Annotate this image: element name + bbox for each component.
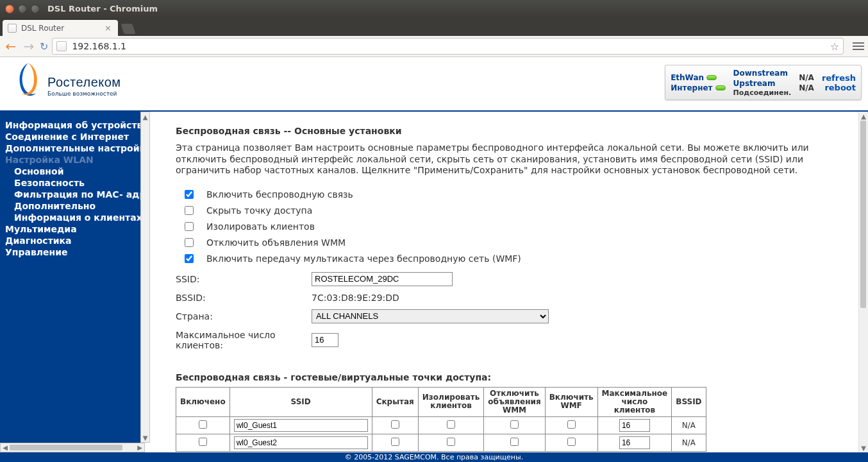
th-ssid: SSID: [230, 387, 372, 417]
isolate-clients-checkbox[interactable]: [185, 222, 194, 231]
sidebar-item-wlan-clients[interactable]: Информация о клиентах WiFi: [5, 212, 140, 223]
scroll-down-icon[interactable]: ▼: [859, 443, 868, 452]
led-green-icon: [715, 85, 726, 90]
page-title: Беспроводная связь -- Основные установки: [176, 126, 851, 136]
logo-icon: [15, 61, 41, 99]
browser-tab[interactable]: DSL Router ×: [3, 20, 118, 36]
isolate-clients-label: Изолировать клиентов: [206, 221, 315, 232]
status-upstream-value: N/A: [799, 83, 814, 92]
guest-table: Включено SSID Скрытая Изолировать клиент…: [176, 387, 706, 452]
browser-toolbar: ← → ↻ 192.168.1.1 ☆: [0, 36, 868, 57]
forward-button: →: [22, 39, 36, 53]
th-wmm: Отключить объявления WMM: [484, 387, 545, 417]
scroll-down-icon[interactable]: ▼: [141, 433, 149, 442]
sidebar-item-wlan-macfilter[interactable]: Фильтрация по MAC- адресам: [5, 189, 140, 200]
guest2-ssid-input[interactable]: [234, 436, 368, 449]
max-clients-input[interactable]: [312, 333, 338, 347]
sidebar-item-advanced[interactable]: Дополнительные настройки: [5, 142, 140, 154]
window-minimize-icon[interactable]: [18, 4, 27, 13]
th-max: Максимальное число клиентов: [597, 387, 672, 417]
guest-table-row: N/A: [176, 434, 706, 452]
sidebar-item-wlan-basic[interactable]: Основной: [5, 166, 140, 177]
ssid-label: SSID:: [176, 274, 312, 284]
scroll-right-icon[interactable]: ▶: [135, 443, 144, 452]
page: Ростелеком Больше возможностей EthWan Ин…: [0, 57, 868, 462]
th-enabled: Включено: [176, 387, 230, 417]
reboot-link[interactable]: reboot: [822, 83, 856, 92]
disable-wmm-label: Отключить объявления WMM: [206, 237, 346, 248]
disable-wmm-checkbox[interactable]: [185, 238, 194, 247]
scroll-up-icon[interactable]: ▲: [859, 112, 868, 121]
reload-button[interactable]: ↻: [40, 40, 48, 53]
guest2-hidden-checkbox[interactable]: [391, 438, 399, 446]
sidebar-item-internet[interactable]: Соединение с Интернет: [5, 131, 140, 142]
guest-table-row: N/A: [176, 417, 706, 434]
scroll-up-icon[interactable]: ▲: [141, 112, 149, 121]
guest1-bssid: N/A: [672, 417, 706, 434]
guest-table-header-row: Включено SSID Скрытая Изолировать клиент…: [176, 387, 706, 417]
country-label: Страна:: [176, 311, 312, 321]
status-downstream-label: Downstream: [733, 69, 788, 78]
guest2-enabled-checkbox[interactable]: [199, 438, 207, 446]
sidebar-item-wlan-security[interactable]: Безопасность: [5, 177, 140, 189]
guest1-isolate-checkbox[interactable]: [447, 420, 455, 429]
brand-slogan: Больше возможностей: [47, 90, 121, 97]
guest2-max-input[interactable]: [619, 436, 650, 449]
guest1-enabled-checkbox[interactable]: [199, 420, 207, 429]
guest1-wmm-checkbox[interactable]: [510, 420, 519, 429]
page-icon: [8, 24, 17, 33]
guest1-wmf-checkbox[interactable]: [567, 420, 576, 429]
bssid-value: 7C:03:D8:9E:29:DD: [312, 293, 399, 303]
guest2-wmf-checkbox[interactable]: [567, 438, 576, 446]
page-header: Ростелеком Больше возможностей EthWan Ин…: [0, 57, 868, 112]
scrollbar-thumb[interactable]: [10, 445, 122, 450]
enable-wmf-checkbox[interactable]: [185, 254, 194, 263]
page-description: Эта страница позволяет Вам настроить осн…: [176, 142, 851, 176]
guest1-hidden-checkbox[interactable]: [391, 420, 399, 429]
ssid-input[interactable]: [312, 272, 453, 286]
browser-tabstrip: DSL Router ×: [0, 17, 868, 36]
content: Беспроводная связь -- Основные установки…: [150, 112, 858, 452]
scroll-left-icon[interactable]: ◀: [1, 443, 10, 452]
window-close-icon[interactable]: [5, 4, 14, 13]
sidebar-item-device-info[interactable]: Информация об устройстве: [5, 119, 140, 131]
th-bssid: BSSID: [672, 387, 706, 417]
bookmark-star-icon[interactable]: ☆: [830, 40, 839, 53]
url-text: 192.168.1.1: [72, 41, 126, 51]
guest1-max-input[interactable]: [619, 419, 650, 432]
window-title: DSL Router - Chromium: [47, 4, 158, 13]
content-container: Беспроводная связь -- Основные установки…: [150, 112, 868, 452]
content-scrollbar-vertical[interactable]: ▲ ▼: [858, 112, 868, 452]
sidebar-item-management[interactable]: Управление: [5, 246, 140, 258]
sidebar-container: Информация об устройстве Соединение с Ин…: [0, 112, 150, 452]
status-connected: Подсоединен.: [733, 89, 792, 97]
chrome-menu-button[interactable]: [853, 42, 864, 50]
tab-close-icon[interactable]: ×: [103, 23, 113, 33]
scrollbar-thumb[interactable]: [860, 121, 866, 308]
sidebar-item-wlan-advanced[interactable]: Дополнительно: [5, 200, 140, 212]
hide-ap-checkbox[interactable]: [185, 206, 194, 215]
os-titlebar: DSL Router - Chromium: [0, 0, 868, 17]
status-downstream-value: N/A: [799, 73, 814, 82]
sidebar-scrollbar-vertical[interactable]: ▲ ▼: [140, 112, 150, 443]
page-footer: © 2005-2012 SAGEMCOM. Все права защищены…: [0, 452, 868, 462]
th-isolate: Изолировать клиентов: [418, 387, 484, 417]
refresh-link[interactable]: refresh: [822, 73, 856, 83]
country-select[interactable]: ALL CHANNELS: [312, 309, 549, 323]
sidebar-item-multimedia[interactable]: Мультимедиа: [5, 223, 140, 235]
status-box: EthWan Интернет Downstream Upstream Подс…: [665, 65, 862, 100]
url-bar[interactable]: 192.168.1.1 ☆: [52, 38, 844, 55]
sidebar-scrollbar-horizontal[interactable]: ◀ ▶: [0, 443, 145, 452]
window-maximize-icon[interactable]: [31, 4, 40, 13]
enable-wireless-checkbox[interactable]: [185, 190, 194, 199]
back-button[interactable]: ←: [4, 39, 18, 53]
sidebar-item-diagnostics[interactable]: Диагностика: [5, 235, 140, 246]
status-ethwan-label: EthWan: [671, 73, 704, 82]
new-tab-button[interactable]: [121, 24, 135, 34]
brand-logo: Ростелеком Больше возможностей: [15, 61, 121, 99]
status-internet-label: Интернет: [671, 83, 712, 92]
guest1-ssid-input[interactable]: [234, 419, 368, 432]
enable-wireless-label: Включить беспроводную связь: [206, 189, 353, 200]
guest2-isolate-checkbox[interactable]: [447, 438, 455, 446]
guest2-wmm-checkbox[interactable]: [510, 438, 519, 446]
